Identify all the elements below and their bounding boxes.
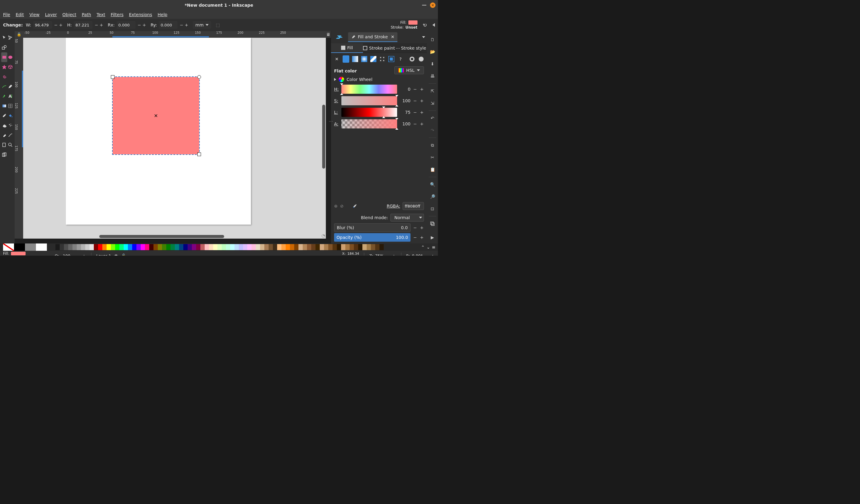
ruler-horizontal[interactable]: -50 -25 0 25 50 75 100 125 150 175 200 2… <box>23 31 326 38</box>
blend-mode-selector[interactable]: Normal <box>390 214 424 222</box>
saturation-slider[interactable] <box>341 96 397 105</box>
palette-swatch[interactable] <box>196 244 200 250</box>
palette-swatch[interactable] <box>230 244 234 250</box>
pencil-tool[interactable] <box>1 81 7 91</box>
palette-swatch[interactable] <box>111 244 115 250</box>
width-input[interactable] <box>33 21 52 29</box>
palette-swatch[interactable] <box>239 244 243 250</box>
fillrule-evenodd-button[interactable] <box>409 55 415 63</box>
ruler-lock[interactable]: 🔒 <box>15 31 23 38</box>
new-document-button[interactable]: 🗋 <box>429 36 436 43</box>
menu-filters[interactable]: Filters <box>111 12 124 17</box>
palette-swatch[interactable] <box>358 244 362 250</box>
menu-edit[interactable]: Edit <box>16 12 24 17</box>
sat-inc[interactable]: + <box>420 98 424 103</box>
ry-decrement[interactable]: − <box>180 23 184 27</box>
palette-swatch[interactable] <box>137 244 141 250</box>
star-tool[interactable] <box>1 62 7 72</box>
dock-tab-fill-stroke[interactable]: Fill and Stroke ✕ <box>348 32 398 42</box>
palette-swatch[interactable] <box>243 244 247 250</box>
palette-swatch[interactable] <box>345 244 349 250</box>
paint-bucket-tool[interactable] <box>7 111 13 120</box>
lightness-value[interactable]: 75 <box>400 110 411 115</box>
palette-black[interactable] <box>14 243 25 251</box>
height-increment[interactable]: + <box>99 23 103 27</box>
palette-swatch[interactable] <box>282 244 286 250</box>
palette-swatch[interactable] <box>299 244 303 250</box>
palette-swatch[interactable] <box>158 244 162 250</box>
palette-swatch[interactable] <box>332 244 337 250</box>
palette-swatch[interactable] <box>367 244 371 250</box>
hue-value[interactable]: 0 <box>400 87 411 92</box>
text-tool[interactable]: A <box>7 91 13 101</box>
palette-swatch[interactable] <box>81 244 85 250</box>
blur-dec[interactable]: − <box>413 225 417 230</box>
menu-layer[interactable]: Layer <box>45 12 57 17</box>
paint-pattern-button[interactable] <box>379 55 386 63</box>
zoom-selection-button[interactable]: 🔍 <box>429 181 436 188</box>
tweak-tool[interactable] <box>1 120 7 130</box>
ry-input[interactable] <box>159 21 177 29</box>
hue-dec[interactable]: − <box>413 87 417 92</box>
palette-swatch[interactable] <box>234 244 239 250</box>
paste-button[interactable]: 📋 <box>429 166 436 173</box>
palette-gray[interactable] <box>25 243 36 251</box>
palette-swatch[interactable] <box>341 244 345 250</box>
paint-flat-button[interactable] <box>343 55 349 63</box>
sb-rot-dec[interactable]: − <box>425 253 429 256</box>
palette-scroll-up[interactable]: ⌃ <box>421 245 425 250</box>
palette-white[interactable] <box>36 243 47 251</box>
color-wheel-expander[interactable] <box>334 78 336 81</box>
open-button[interactable]: 📂 <box>429 48 436 55</box>
duplicate-button[interactable] <box>429 220 436 227</box>
alpha-value[interactable]: 100 <box>400 121 411 126</box>
dock-menu-button[interactable] <box>422 36 425 38</box>
selected-rectangle[interactable]: ✕ <box>113 77 199 154</box>
palette-swatch[interactable] <box>60 244 64 250</box>
palette-swatch[interactable] <box>119 244 124 250</box>
menu-object[interactable]: Object <box>62 12 76 17</box>
rx-input[interactable] <box>117 21 135 29</box>
sb-opacity-dec[interactable]: − <box>74 253 78 256</box>
node-tool[interactable] <box>7 33 13 43</box>
zoom-tool[interactable] <box>7 140 13 150</box>
dock-tab-close[interactable]: ✕ <box>391 34 395 39</box>
snap-toggle-button[interactable]: ↻ <box>422 21 428 28</box>
window-minimize-button[interactable] <box>422 5 426 5</box>
ellipse-tool[interactable] <box>7 53 13 62</box>
light-inc[interactable]: + <box>420 110 424 115</box>
palette-swatch[interactable] <box>217 244 222 250</box>
fill-tab[interactable]: Fill <box>331 43 363 53</box>
palette-swatch[interactable] <box>286 244 290 250</box>
lightness-slider[interactable] <box>341 108 397 117</box>
paint-linear-button[interactable] <box>352 55 358 63</box>
palette-swatch[interactable] <box>98 244 102 250</box>
paint-none-button[interactable]: ✕ <box>333 55 340 63</box>
palette-swatch[interactable] <box>247 244 252 250</box>
palette-swatch[interactable] <box>154 244 158 250</box>
palette-swatch[interactable] <box>77 244 81 250</box>
dock-grip[interactable]: ⋮ <box>329 119 333 123</box>
sb-zoom-inc[interactable]: + <box>392 253 396 256</box>
palette-swatch[interactable] <box>252 244 256 250</box>
reset-corners-button[interactable]: ⬚ <box>216 23 220 27</box>
rx-decrement[interactable]: − <box>137 23 142 27</box>
dock-tab-general[interactable] <box>333 32 346 42</box>
palette-swatch[interactable] <box>277 244 282 250</box>
palette-swatch[interactable] <box>337 244 341 250</box>
sat-dec[interactable]: − <box>413 98 417 103</box>
ry-increment[interactable]: + <box>184 23 188 27</box>
palette-swatch[interactable] <box>162 244 166 250</box>
palette-swatch[interactable] <box>226 244 230 250</box>
palette-swatch[interactable] <box>371 244 375 250</box>
palette-swatch[interactable] <box>294 244 299 250</box>
pen-tool[interactable] <box>7 81 13 91</box>
dropper-tool[interactable] <box>1 111 7 120</box>
print-button[interactable]: 🖶 <box>429 72 436 80</box>
palette-swatch[interactable] <box>55 244 60 250</box>
width-increment[interactable]: + <box>59 23 63 27</box>
handle-top-left[interactable] <box>111 75 115 79</box>
palette-swatch[interactable] <box>290 244 294 250</box>
palette-swatch[interactable] <box>273 244 277 250</box>
palette-swatch[interactable] <box>89 244 94 250</box>
